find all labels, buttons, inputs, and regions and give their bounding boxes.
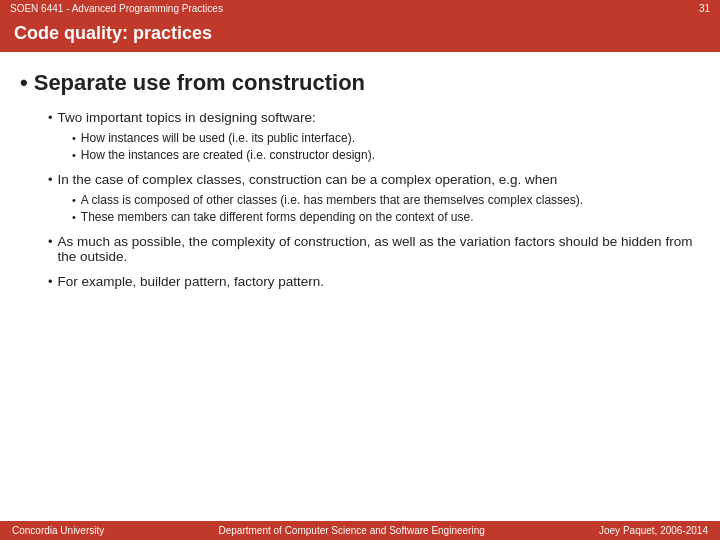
section-2-child-1: • These members can take different forms… bbox=[72, 210, 700, 224]
section-1-child-1-text: How the instances are created (i.e. cons… bbox=[81, 148, 375, 162]
section-4: • For example, builder pattern, factory … bbox=[20, 274, 700, 289]
bullet-s1c0: • bbox=[72, 132, 76, 144]
main-heading-text: Separate use from construction bbox=[34, 70, 365, 96]
section-4-heading: • For example, builder pattern, factory … bbox=[48, 274, 700, 289]
section-2-child-0: • A class is composed of other classes (… bbox=[72, 193, 700, 207]
slide-title: Code quality: practices bbox=[14, 23, 212, 43]
section-1-child-0-text: How instances will be used (i.e. its pub… bbox=[81, 131, 355, 145]
page-number: 31 bbox=[699, 3, 710, 14]
section-1-text: Two important topics in designing softwa… bbox=[58, 110, 316, 125]
footer: Concordia University Department of Compu… bbox=[0, 521, 720, 540]
top-bar: SOEN 6441 - Advanced Programming Practic… bbox=[0, 0, 720, 17]
footer-center: Department of Computer Science and Softw… bbox=[219, 525, 485, 536]
section-2-child-0-text: A class is composed of other classes (i.… bbox=[81, 193, 583, 207]
section-3-text: As much as possible, the complexity of c… bbox=[58, 234, 700, 264]
footer-left: Concordia University bbox=[12, 525, 104, 536]
bullet-s2c0: • bbox=[72, 194, 76, 206]
section-3-heading: • As much as possible, the complexity of… bbox=[48, 234, 700, 264]
course-title: SOEN 6441 - Advanced Programming Practic… bbox=[10, 3, 223, 14]
section-1-child-1: • How the instances are created (i.e. co… bbox=[72, 148, 700, 162]
bullet-s2: • bbox=[48, 172, 53, 187]
bullet-s4: • bbox=[48, 274, 53, 289]
bullet-s1c1: • bbox=[72, 149, 76, 161]
bullet-s2c1: • bbox=[72, 211, 76, 223]
main-bullet-dot: • bbox=[20, 70, 28, 96]
section-2-text: In the case of complex classes, construc… bbox=[58, 172, 558, 187]
section-3: • As much as possible, the complexity of… bbox=[20, 234, 700, 264]
section-2: • In the case of complex classes, constr… bbox=[20, 172, 700, 224]
main-heading: • Separate use from construction bbox=[20, 70, 700, 96]
bullet-s1: • bbox=[48, 110, 53, 125]
section-1-child-0: • How instances will be used (i.e. its p… bbox=[72, 131, 700, 145]
header-bar: Code quality: practices bbox=[0, 17, 720, 52]
bullet-s3: • bbox=[48, 234, 53, 249]
section-4-text: For example, builder pattern, factory pa… bbox=[58, 274, 324, 289]
footer-right: Joey Paquet, 2006-2014 bbox=[599, 525, 708, 536]
section-2-child-1-text: These members can take different forms d… bbox=[81, 210, 474, 224]
section-2-heading: • In the case of complex classes, constr… bbox=[48, 172, 700, 187]
section-1: • Two important topics in designing soft… bbox=[20, 110, 700, 162]
section-1-heading: • Two important topics in designing soft… bbox=[48, 110, 700, 125]
main-content: • Separate use from construction • Two i… bbox=[0, 52, 720, 309]
